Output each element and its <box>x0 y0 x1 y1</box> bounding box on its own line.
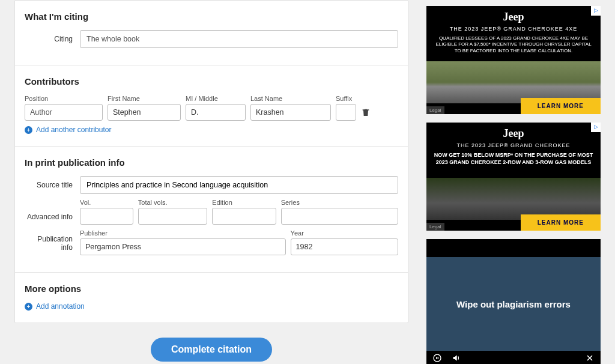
contributors-title: Contributors <box>25 76 398 86</box>
ad-legal: Legal <box>426 106 444 114</box>
mi-label: MI / Middle <box>186 95 246 102</box>
series-label: Series <box>281 199 398 206</box>
video-text: Wipe out plagiarism errors <box>456 299 571 309</box>
ad-cta-button[interactable]: LEARN MORE <box>521 98 601 114</box>
lastname-input[interactable] <box>250 104 331 121</box>
source-title-input[interactable] <box>80 176 398 194</box>
firstname-label: First Name <box>108 95 181 102</box>
pubinfo-label: Publication info <box>25 235 73 252</box>
advanced-label: Advanced info <box>25 213 73 221</box>
complete-citation-button[interactable]: Complete citation <box>151 338 272 362</box>
ad-body: NOW GET 10% BELOW MSRP* ON THE PURCHASE … <box>434 152 593 166</box>
citing-label: Citing <box>25 35 73 43</box>
year-label: Year <box>291 229 398 237</box>
citing-select[interactable]: The whole book <box>80 30 398 48</box>
add-annotation-link[interactable]: + Add annotation <box>25 302 398 311</box>
series-input[interactable] <box>281 208 398 225</box>
firstname-input[interactable] <box>108 104 181 121</box>
more-options-section: More options + Add annotation <box>15 273 408 323</box>
position-label: Position <box>25 95 103 102</box>
year-input[interactable] <box>291 238 398 255</box>
edition-input[interactable] <box>212 208 276 225</box>
svg-point-0 <box>434 354 441 362</box>
ad-brand: Jeep <box>434 127 593 140</box>
ad-legal: Legal <box>426 223 444 231</box>
trash-icon[interactable] <box>361 108 371 117</box>
ad-body: QUALIFIED LESSEES OF A 2023 GRAND CHEROK… <box>434 35 593 54</box>
contributors-section: Contributors Position Author First Name … <box>15 65 408 147</box>
plus-icon: + <box>25 303 32 311</box>
citing-title: What I'm citing <box>25 11 398 22</box>
totalvols-label: Total vols. <box>138 199 207 206</box>
ad-sidebar-2[interactable]: Jeep THE 2023 JEEP® GRAND CHEROKEE NOW G… <box>426 123 601 231</box>
adchoices-icon[interactable]: ▷ <box>591 6 601 16</box>
ad-cta-button[interactable]: LEARN MORE <box>521 214 601 231</box>
source-title-label: Source title <box>25 181 73 189</box>
adchoices-icon[interactable]: ▷ <box>591 123 601 132</box>
vol-input[interactable] <box>80 208 133 225</box>
plus-icon: + <box>25 126 32 134</box>
print-pub-title: In print publication info <box>25 157 398 168</box>
mi-input[interactable] <box>186 104 246 121</box>
edition-label: Edition <box>212 199 276 206</box>
suffix-label: Suffix <box>336 95 356 102</box>
lastname-label: Last Name <box>250 95 331 102</box>
citing-section: What I'm citing Citing The whole book <box>15 1 408 65</box>
vol-label: Vol. <box>80 199 133 206</box>
ad-brand: Jeep <box>434 11 593 23</box>
totalvols-input[interactable] <box>138 208 207 225</box>
ad-headline: THE 2023 JEEP® GRAND CHEROKEE <box>434 142 593 148</box>
volume-icon[interactable] <box>452 353 461 363</box>
print-pub-section: In print publication info Source title A… <box>15 147 408 273</box>
video-ad[interactable]: Wipe out plagiarism errors <box>426 239 601 364</box>
more-options-title: More options <box>25 284 398 294</box>
publisher-label: Publisher <box>80 229 286 237</box>
publisher-input[interactable] <box>80 238 286 255</box>
pause-icon[interactable] <box>432 353 442 363</box>
close-icon[interactable] <box>585 353 595 363</box>
position-select[interactable]: Author <box>25 104 103 121</box>
add-contributor-link[interactable]: + Add another contributor <box>25 126 398 134</box>
ad-sidebar-1[interactable]: Jeep THE 2023 JEEP® GRAND CHEROKEE 4XE Q… <box>426 6 601 114</box>
suffix-input[interactable] <box>336 104 356 121</box>
ad-headline: THE 2023 JEEP® GRAND CHEROKEE 4XE <box>434 26 593 32</box>
